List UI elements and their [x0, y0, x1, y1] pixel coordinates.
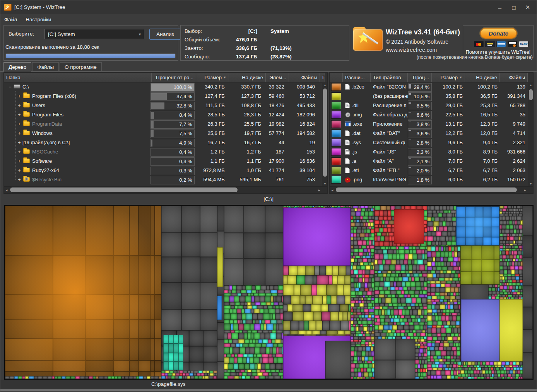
tree-expander[interactable]: − — [8, 82, 12, 92]
tree-item-label: MSOCache — [32, 149, 58, 155]
drive-select[interactable]: [C:] System ▼ — [44, 29, 144, 39]
maximize-button[interactable]: □ — [509, 3, 519, 12]
filetype-row[interactable]: .aФайл "A"2,1 %7,0 ГБ7,0 ГБ2 624 — [330, 157, 528, 166]
tree-vscroll-thumb[interactable] — [323, 89, 327, 177]
types-column-header[interactable]: Проц... — [408, 73, 432, 82]
donate-button[interactable]: Donate — [480, 28, 517, 39]
types-column-header[interactable]: На диске — [465, 73, 500, 82]
filetype-name-cell: Файл "A" — [371, 157, 408, 166]
menu-settings[interactable]: Настройки — [26, 17, 51, 22]
tree-row[interactable]: +Program Files8,4 %28,5 ГБ28,3 ГБ12 4241… — [4, 110, 322, 119]
percent-cell: 100,0 % — [150, 83, 195, 92]
tree-row[interactable]: +$Recycle.Bin0,2 %594,4 МБ595,1 МБ761753 — [4, 175, 322, 184]
tree-column-header[interactable]: П — [320, 73, 325, 82]
types-column-header[interactable]: Файлы — [500, 73, 528, 82]
filetype-row[interactable]: .jsФайл "JS"2,3 %8,0 ГБ8,9 ГБ931 666 — [330, 147, 528, 157]
tree-row[interactable]: +MSOCache0,4 %1,2 ГБ1,2 ГБ187153 — [4, 147, 322, 157]
tree-column-header[interactable]: Процент от ро... — [152, 73, 196, 82]
types-column-header[interactable] — [330, 73, 343, 82]
menu-file[interactable]: Файл — [4, 17, 17, 22]
percent-text: 0,4 % — [179, 148, 192, 156]
scroll-left-icon[interactable]: ◄ — [330, 187, 335, 193]
scroll-down-icon[interactable]: ▼ — [322, 181, 328, 186]
donate-panel: Donate Помогите улучшить WizTree! — [463, 25, 534, 58]
drive-icon — [14, 84, 21, 89]
types-vscroll-thumb[interactable] — [529, 89, 533, 100]
tree-row[interactable]: +ProgramData7,7 %26,3 ГБ25,5 ГБ19 98216 … — [4, 119, 322, 129]
tree-vertical-scrollbar[interactable]: ▲ ▼ — [322, 82, 327, 186]
tree-expander[interactable]: + — [17, 119, 22, 129]
app-website[interactable]: www.wiztreefree.com — [386, 47, 437, 53]
tree-expander[interactable]: + — [17, 157, 22, 166]
tree-row[interactable]: +Program Files (x86)37,4 %127,4 ГБ127,3 … — [4, 92, 322, 101]
tab-Файлы[interactable]: Файлы — [32, 62, 59, 71]
filetype-row[interactable]: .sysСистемный ф2,8 %9,6 ГБ9,4 ГБ2 321 — [330, 138, 528, 147]
wiztree-window: [C:] System - WizTree – □ ✕ Файл Настрой… — [0, 0, 537, 392]
tree-column-header[interactable]: Размер▼ — [196, 73, 229, 82]
scroll-right-icon[interactable]: ► — [316, 187, 322, 193]
tree-expander[interactable]: + — [17, 110, 22, 119]
types-horizontal-scrollbar[interactable]: ◄ ► — [330, 186, 533, 193]
scroll-up-icon[interactable]: ▲ — [322, 82, 328, 88]
filetype-row[interactable]: .imgФайл образа д6,6 %22,5 ГБ16,5 ГБ35 — [330, 110, 528, 119]
tree-column-header[interactable]: На диске — [229, 73, 266, 82]
scroll-right-icon[interactable]: ► — [522, 187, 528, 193]
filetype-name-cell: Файл "DAT" — [371, 129, 408, 138]
folder-icon — [23, 131, 30, 135]
tree-row[interactable]: +Users32,8 %111,5 ГБ108,8 ГБ18 476495 43… — [4, 101, 322, 110]
tree-row[interactable]: −C:\100,0 %340,2 ГБ330,7 ГБ39 322008 940 — [4, 82, 322, 92]
filetype-row[interactable]: .datФайл "DAT"3,6 %12,2 ГБ12,0 ГБ4 714 — [330, 129, 528, 138]
tree-expander[interactable]: + — [17, 92, 22, 101]
filetype-files-cell: 931 666 — [500, 147, 528, 157]
tree-column-header[interactable]: Файлы — [289, 73, 320, 82]
treemap-canvas[interactable] — [5, 206, 533, 379]
summary-row: Занято:338,6 ГБ(71,13%) — [181, 44, 349, 53]
types-column-header[interactable]: Расши... — [343, 73, 371, 82]
scroll-left-icon[interactable]: ◄ — [4, 187, 9, 193]
tree-extra-cell — [317, 166, 322, 175]
types-hscroll-thumb[interactable] — [336, 187, 517, 192]
close-button[interactable]: ✕ — [523, 3, 533, 12]
tree-expander[interactable]: + — [17, 138, 22, 147]
tab-Дерево[interactable]: Дерево — [3, 62, 31, 72]
minimize-button[interactable]: – — [495, 3, 505, 12]
tree-column-header[interactable]: Папка — [4, 73, 152, 82]
filetype-disk-cell: 16,5 ГБ — [465, 110, 500, 119]
tree-horizontal-scrollbar[interactable]: ◄ ► — [4, 186, 327, 193]
filetype-files-cell: 9 749 — [500, 119, 528, 129]
scroll-down-icon[interactable]: ▼ — [528, 181, 534, 186]
tree-row[interactable]: +Windows7,5 %25,6 ГБ19,7 ГБ57 774194 582 — [4, 129, 322, 138]
types-vertical-scrollbar[interactable]: ▲ ▼ — [528, 82, 533, 186]
tree-expander[interactable]: + — [17, 101, 22, 110]
types-column-header[interactable]: Тип файлов — [371, 73, 408, 82]
filetype-row[interactable]: .etlФайл "ETL"2,0 %6,7 ГБ6,7 ГБ2 063 — [330, 166, 528, 175]
analyze-button[interactable]: Анализ — [149, 29, 181, 40]
filetype-row[interactable]: .exeПриложение3,8 %13,1 ГБ12,3 ГБ9 749 — [330, 119, 528, 129]
tree-row[interactable]: +[19 файл(а,ов) в C:\]4,9 %16,7 ГБ16,7 Г… — [4, 138, 322, 147]
filetype-row[interactable]: .b2coФайл "B2CON29,4 %100,2 ГБ100,2 ГБ13… — [330, 82, 528, 92]
summary-value: 137,4 ГБ — [185, 54, 257, 60]
ext-cell: .png — [343, 175, 371, 184]
tree-row[interactable]: +Software0,3 %1,1 ГБ1,1 ГБ17 90016 636 — [4, 157, 322, 166]
types-column-header[interactable]: Размер▼ — [432, 73, 465, 82]
donate-note: (после пожертвования кнопка Donate будет… — [417, 55, 533, 60]
scroll-up-icon[interactable]: ▲ — [528, 82, 534, 88]
filetype-row[interactable]: .dllРасширение п8,5 %29,0 ГБ25,3 ГБ65 78… — [330, 101, 528, 110]
percent-text: 8,4 % — [179, 111, 192, 119]
tree-extra-cell — [317, 157, 322, 166]
swatch-cell — [330, 82, 343, 92]
swatch-cell — [330, 129, 343, 138]
file-icon — [345, 158, 350, 164]
tree-expander[interactable]: + — [17, 147, 22, 157]
tab-О программе[interactable]: О программе — [60, 62, 102, 71]
tree-hscroll-thumb[interactable] — [10, 187, 238, 192]
filetype-row[interactable]: (без расширени10,5 %35,8 ГБ36,5 ГБ391 34… — [330, 92, 528, 101]
tree-column-header[interactable]: Элем... — [266, 73, 289, 82]
tree-expander[interactable]: + — [17, 175, 22, 184]
filetype-row[interactable]: .pngIrfanView PNG1,8 %6,0 ГБ6,2 ГБ150 07… — [330, 175, 528, 184]
tree-expander[interactable]: + — [17, 166, 22, 175]
bank-icon — [519, 41, 528, 47]
tree-expander[interactable]: + — [17, 129, 22, 138]
percent-text: 4,9 % — [179, 139, 192, 147]
tree-row[interactable]: +Ruby27-x640,3 %972,8 МБ1,0 ГБ41 77439 1… — [4, 166, 322, 175]
